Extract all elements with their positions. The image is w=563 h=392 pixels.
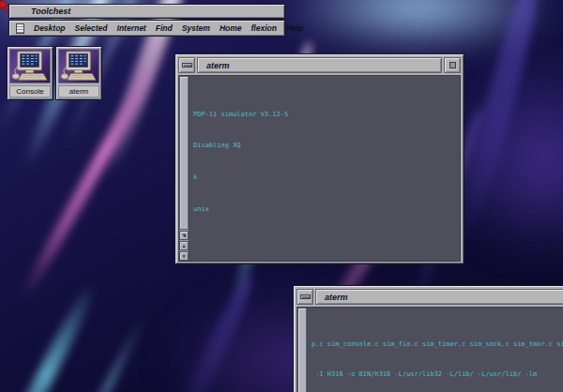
scrollbar[interactable]: ◥ ▲ ▼ [179, 76, 190, 261]
mouse-pointer-icon [0, 0, 11, 14]
toolchest-menu-item[interactable]: Find [156, 23, 173, 33]
window-titlebar[interactable]: aterm [178, 57, 461, 73]
toolchest-menu-item[interactable]: flexion [251, 23, 277, 33]
desktop-icon-console[interactable]: Console [7, 46, 53, 100]
maximize-button[interactable] [444, 57, 461, 73]
toolchest-menu-item[interactable]: System [182, 23, 210, 33]
terminal-output[interactable]: PDP-11 simulator V3.12-5 Disabling XQ k … [190, 76, 460, 261]
toolchest-menu-item[interactable]: Internet [117, 23, 146, 33]
terminal-line: PDP-11 simulator V3.12-5 [193, 111, 460, 118]
terminal-output[interactable]: p.c sim_console.c sim_fio.c sim_timer.c … [308, 308, 563, 392]
scroll-corner-icon: ◥ [182, 234, 186, 238]
toolchest-title: Toolchest [31, 7, 70, 16]
terminal-line: k [193, 173, 460, 181]
icon-label: aterm [58, 85, 99, 98]
scrollbar-corner-button[interactable]: ◥ [179, 231, 189, 240]
toolchest-menubar: Desktop Selected Internet Find System Ho… [8, 20, 285, 37]
scroll-up-button[interactable]: ▲ [179, 241, 189, 250]
icon-label: Console [9, 85, 51, 98]
toolchest-menu-item[interactable]: Selected [75, 23, 108, 33]
aterm-window-main: aterm ◥ ▲ ▼ PDP-11 simulato [175, 53, 464, 264]
minimize-button[interactable] [297, 289, 313, 305]
maximize-icon [449, 62, 456, 68]
scroll-up-icon: ▲ [182, 244, 187, 249]
toolchest-menu-item[interactable]: Home [220, 23, 242, 33]
light-streak [71, 316, 146, 392]
terminal-line: login: root [193, 260, 460, 261]
scroll-down-icon: ▼ [182, 254, 187, 259]
desktop-icon-aterm[interactable]: aterm [55, 46, 102, 100]
computer-icon [9, 49, 51, 83]
aterm-window-secondary: aterm p.c sim_console.c sim_fio.c sim_ti… [293, 285, 563, 392]
toolchest-window: Toolchest Desktop Selected Internet Find… [8, 4, 285, 37]
toolchest-page-icon[interactable] [16, 23, 24, 34]
toolchest-menu-item[interactable]: Help [286, 23, 303, 33]
terminal-line: unix [193, 205, 460, 213]
terminal-line: -I H316 -o BIN/h316 -L/usr/lib32 -L/lib/… [312, 370, 563, 378]
light-streak [0, 283, 99, 392]
minimize-icon [182, 63, 192, 68]
computer-icon [58, 49, 99, 83]
scrollbar[interactable] [297, 308, 308, 392]
toolchest-menu-item[interactable]: Desktop [34, 23, 66, 33]
minimize-icon [300, 294, 311, 299]
desktop: Toolchest Desktop Selected Internet Find… [0, 0, 563, 392]
window-titlebar[interactable]: aterm [297, 289, 563, 305]
scrollbar-thumb[interactable] [297, 308, 307, 392]
scrollbar-thumb[interactable] [179, 76, 189, 230]
minimize-button[interactable] [178, 57, 195, 73]
window-title: aterm [315, 289, 563, 305]
scroll-down-button[interactable]: ▼ [179, 251, 189, 261]
window-title: aterm [197, 57, 442, 73]
terminal-line: p.c sim_console.c sim_fio.c sim_timer.c … [312, 340, 563, 348]
toolchest-titlebar[interactable]: Toolchest [8, 4, 285, 19]
terminal-line: Disabling XQ [193, 142, 460, 149]
